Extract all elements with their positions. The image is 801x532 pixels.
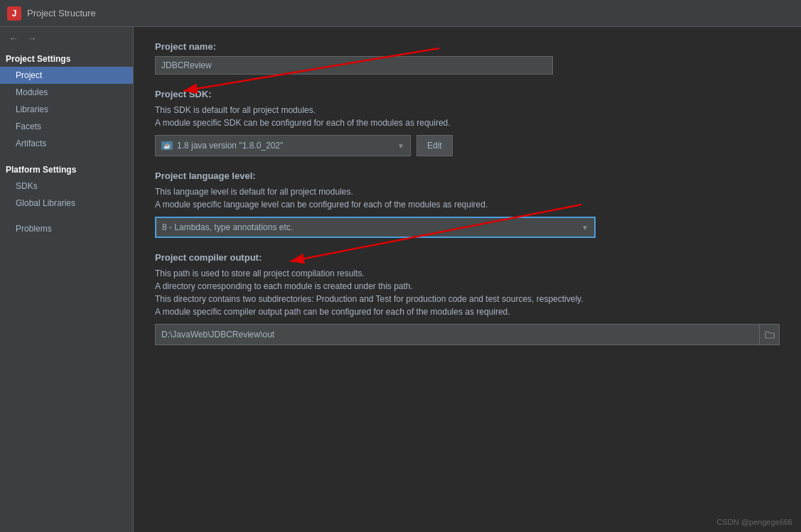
- project-settings-header: Project Settings: [0, 50, 133, 67]
- sdk-icon: ☕: [161, 141, 173, 150]
- language-level-dropdown[interactable]: 8 - Lambdas, type annotations etc. ▼: [155, 217, 596, 238]
- project-name-input[interactable]: [155, 56, 553, 75]
- sidebar-item-libraries[interactable]: Libraries: [0, 101, 133, 118]
- language-level-value: 8 - Lambdas, type annotations etc.: [162, 222, 293, 232]
- project-sdk-label: Project SDK:: [155, 89, 780, 99]
- sidebar-item-artifacts[interactable]: Artifacts: [0, 135, 133, 152]
- sdk-dropdown[interactable]: ☕ 1.8 java version "1.8.0_202" ▼: [155, 135, 411, 156]
- nav-arrows: ← →: [0, 27, 133, 50]
- sidebar-item-global-libraries[interactable]: Global Libraries: [0, 195, 133, 212]
- project-name-label: Project name:: [155, 41, 780, 52]
- folder-icon: [765, 330, 775, 339]
- lang-dropdown-arrow: ▼: [581, 224, 588, 232]
- forward-arrow[interactable]: →: [24, 31, 40, 45]
- sidebar-divider: [0, 152, 133, 161]
- sidebar-item-problems[interactable]: Problems: [0, 220, 133, 237]
- compiler-output-label: Project compiler output:: [155, 252, 780, 263]
- output-path-row: [155, 324, 780, 345]
- sdk-value: 1.8 java version "1.8.0_202": [177, 141, 283, 151]
- project-language-desc: This language level is default for all p…: [155, 185, 780, 211]
- sidebar-item-facets[interactable]: Facets: [0, 118, 133, 135]
- window-title: Project Structure: [27, 8, 96, 18]
- sdk-dropdown-arrow: ▼: [397, 142, 404, 150]
- project-sdk-group: Project SDK: This SDK is default for all…: [155, 89, 780, 156]
- output-path-input[interactable]: [155, 324, 760, 345]
- app-icon: J: [7, 6, 21, 21]
- sdk-row: ☕ 1.8 java version "1.8.0_202" ▼ Edit: [155, 135, 780, 156]
- content-area: Project name: Project SDK: This SDK is d…: [134, 27, 801, 532]
- browse-folder-button[interactable]: [760, 324, 780, 345]
- compiler-output-desc: This path is used to store all project c…: [155, 267, 780, 318]
- compiler-output-group: Project compiler output: This path is us…: [155, 252, 780, 345]
- sidebar-divider-2: [0, 212, 133, 220]
- back-arrow[interactable]: ←: [6, 31, 21, 45]
- edit-sdk-button[interactable]: Edit: [416, 135, 453, 156]
- project-name-group: Project name:: [155, 41, 780, 75]
- project-language-label: Project language level:: [155, 170, 780, 181]
- sidebar-item-sdks[interactable]: SDKs: [0, 178, 133, 195]
- project-sdk-desc1: This SDK is default for all project modu…: [155, 104, 780, 129]
- project-language-level-group: Project language level: This language le…: [155, 170, 780, 238]
- sidebar-item-project[interactable]: Project: [0, 67, 133, 84]
- title-bar: J Project Structure: [0, 0, 801, 27]
- sidebar: ← → Project Settings Project Modules Lib…: [0, 27, 134, 532]
- watermark: CSDN @pengege666: [716, 518, 792, 526]
- main-content: ← → Project Settings Project Modules Lib…: [0, 27, 801, 532]
- platform-settings-header: Platform Settings: [0, 161, 133, 178]
- sidebar-item-modules[interactable]: Modules: [0, 84, 133, 101]
